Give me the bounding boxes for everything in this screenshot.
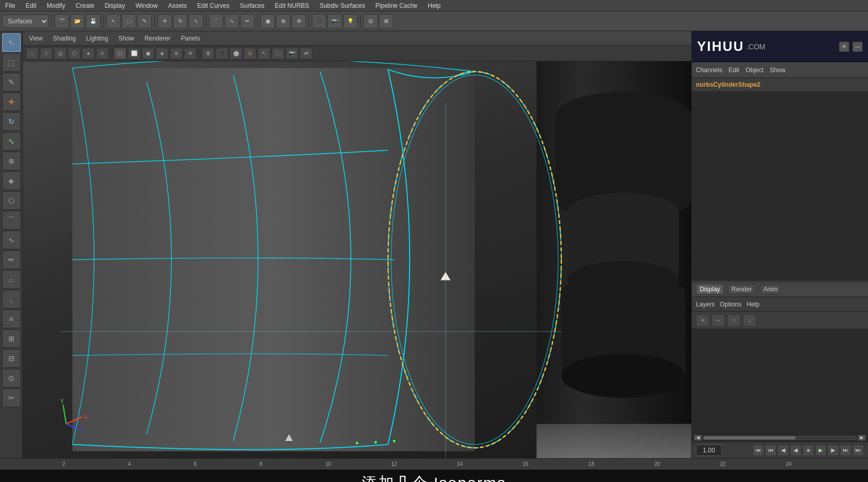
vp-icon-bookmark[interactable]: ☆ <box>40 48 52 59</box>
cb-menu-show[interactable]: Show <box>770 66 785 74</box>
menu-help[interactable]: Help <box>426 1 443 10</box>
viewport-menu-panels[interactable]: Panels <box>179 34 202 43</box>
toolbar-scale-btn[interactable]: ⤡ <box>189 14 203 29</box>
yihuu-min-btn[interactable]: — <box>852 42 863 52</box>
module-dropdown[interactable]: Surfaces <box>2 15 49 28</box>
vp-icon-cylinder[interactable]: ⊙ <box>244 48 256 59</box>
toolbar-camera-btn[interactable]: 📷 <box>327 14 342 29</box>
vp-icon-cam[interactable]: ◎ <box>54 48 67 59</box>
skip-to-end-btn[interactable]: ⏭ <box>852 445 864 456</box>
menu-edit[interactable]: Edit <box>23 1 38 10</box>
timeline-numbers[interactable]: 2 4 6 8 10 12 14 16 18 20 22 24 <box>46 459 868 470</box>
viewport-menu-shading[interactable]: Shading <box>51 34 78 43</box>
vp-icon-cam2[interactable]: 📷 <box>286 48 298 59</box>
skip-to-start-btn[interactable]: ⏮ <box>753 445 764 456</box>
play-fwd-btn[interactable]: ▶ <box>815 445 826 456</box>
layer-del-icon[interactable]: − <box>712 314 725 327</box>
tool-revolve[interactable]: ⊙ <box>2 369 21 387</box>
scroll-left-btn[interactable]: ◀ <box>694 435 702 441</box>
vp-icon-smooth[interactable]: ● <box>82 48 95 59</box>
toolbar-render-btn[interactable]: 🎬 <box>55 14 69 29</box>
tool-select[interactable]: ↖ <box>2 33 21 52</box>
step-back-btn[interactable]: ⏮ <box>765 445 777 456</box>
frame-input[interactable]: 1.00 <box>696 445 722 456</box>
scrollbar-track[interactable] <box>703 436 857 440</box>
toolbar-open-btn[interactable]: 📂 <box>70 14 85 29</box>
next-frame-btn[interactable]: ▶ <box>827 445 839 456</box>
vp-icon-3d-text[interactable]: Ⅲ <box>202 48 214 59</box>
toolbar-select-region-btn[interactable]: ⬚ <box>122 14 136 29</box>
vp-icon-fluids[interactable]: ≋ <box>184 48 196 59</box>
tool-universal[interactable]: ⊕ <box>2 152 21 170</box>
menu-subdiv[interactable]: Subdiv Surfaces <box>318 1 367 10</box>
vp-icon-deform[interactable]: ◈ <box>156 48 168 59</box>
vp-icon-wireframe[interactable]: ⬡ <box>68 48 81 59</box>
vp-icon-home[interactable]: ⌂ <box>26 48 38 59</box>
toolbar-light-btn[interactable]: 💡 <box>343 14 358 29</box>
menu-file[interactable]: File <box>3 1 17 10</box>
vp-icon-subdiv[interactable]: ◼ <box>142 48 154 59</box>
toolbar-ep-curve-btn[interactable]: ∿ <box>225 14 239 29</box>
tool-move[interactable]: ✛ <box>2 92 21 111</box>
menu-create[interactable]: Create <box>73 1 96 10</box>
viewport-menu-renderer[interactable]: Renderer <box>142 34 173 43</box>
tool-loft[interactable]: ≡ <box>2 310 21 328</box>
layer-menu-layers[interactable]: Layers <box>696 301 715 308</box>
toolbar-move-btn[interactable]: ✛ <box>157 14 172 29</box>
toolbar-pencil-btn[interactable]: ✏ <box>240 14 255 29</box>
scroll-right-btn[interactable]: ▶ <box>858 435 866 441</box>
tool-nurbs-curve[interactable]: ⌒ <box>2 211 21 230</box>
menu-display[interactable]: Display <box>102 1 127 10</box>
tool-pencil[interactable]: ✏ <box>2 250 21 269</box>
toolbar-extra1[interactable]: ⊟ <box>363 14 378 29</box>
toolbar-rotate-btn[interactable]: ↻ <box>173 14 188 29</box>
tool-birail[interactable]: ⊟ <box>2 349 21 368</box>
toolbar-save-btn[interactable]: 💾 <box>86 14 100 29</box>
toolbar-render-settings-btn[interactable]: ⚙ <box>292 14 306 29</box>
tool-paint-select[interactable]: ✎ <box>2 73 21 91</box>
viewport-menu-view[interactable]: View <box>27 34 45 43</box>
vp-icon-sphere[interactable]: ⬤ <box>230 48 242 59</box>
tab-render[interactable]: Render <box>728 284 755 294</box>
vp-icon-cube2[interactable]: ⬚ <box>272 48 284 59</box>
toolbar-scene-btn[interactable]: 🎥 <box>312 14 326 29</box>
tool-trim[interactable]: ✂ <box>2 389 21 407</box>
tool-rotate[interactable]: ↻ <box>2 112 21 131</box>
play-back-btn[interactable]: ◀ <box>790 445 801 456</box>
layer-menu-options[interactable]: Options <box>720 301 741 308</box>
tool-scale[interactable]: ⤡ <box>2 132 21 151</box>
menu-surfaces[interactable]: Surfaces <box>238 1 267 10</box>
vp-icon-share[interactable]: ⇌ <box>300 48 312 59</box>
menu-window[interactable]: Window <box>134 1 160 10</box>
tool-ep-curve[interactable]: ∿ <box>2 231 21 249</box>
tool-bezier[interactable]: ◟ <box>2 290 21 309</box>
layer-move-up-icon[interactable]: ↑ <box>727 314 741 327</box>
toolbar-nurbs-curve-btn[interactable]: ⌒ <box>209 14 223 29</box>
cb-menu-channels[interactable]: Channels <box>696 66 722 74</box>
viewport-canvas[interactable]: X Y Z <box>23 61 691 458</box>
toolbar-select-btn[interactable]: ↖ <box>106 14 121 29</box>
toolbar-render-view-btn[interactable]: ▣ <box>260 14 275 29</box>
vp-icon-dynamics[interactable]: ※ <box>170 48 182 59</box>
menu-edit-curves[interactable]: Edit Curves <box>195 1 231 10</box>
step-fwd-btn[interactable]: ⏭ <box>840 445 851 456</box>
tab-display[interactable]: Display <box>696 284 724 294</box>
viewport-menu-show[interactable]: Show <box>116 34 136 43</box>
menu-modify[interactable]: Modify <box>45 1 67 10</box>
layer-new-icon[interactable]: + <box>696 314 709 327</box>
layer-menu-help[interactable]: Help <box>746 301 759 308</box>
yihuu-close-btn[interactable]: ✕ <box>839 42 849 52</box>
vp-icon-layer-show[interactable]: ≡ <box>96 48 109 59</box>
vp-icon-nurbs[interactable]: ◻ <box>114 48 126 59</box>
toolbar-lasso-btn[interactable]: ✎ <box>137 14 152 29</box>
vp-icon-cube[interactable]: ⬛ <box>216 48 228 59</box>
cb-menu-edit[interactable]: Edit <box>729 66 740 74</box>
tool-extrude[interactable]: ⊞ <box>2 329 21 348</box>
menu-pipeline[interactable]: Pipeline Cache <box>373 1 419 10</box>
menu-assets[interactable]: Assets <box>166 1 189 10</box>
viewport-menu-lighting[interactable]: Lighting <box>84 34 110 43</box>
tool-lasso-select[interactable]: ⬚ <box>2 53 21 72</box>
menu-edit-nurbs[interactable]: Edit NURBS <box>273 1 311 10</box>
layer-move-down-icon[interactable]: ↓ <box>743 314 756 327</box>
vp-icon-poly[interactable]: ⬜ <box>128 48 140 59</box>
